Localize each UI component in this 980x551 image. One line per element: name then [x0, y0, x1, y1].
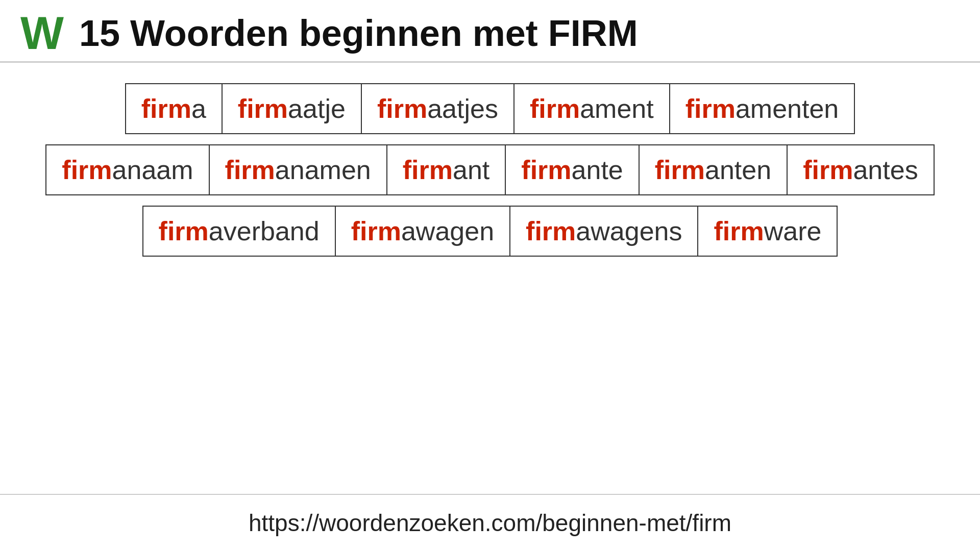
word-suffix: aatje [288, 93, 346, 124]
word-prefix: firm [530, 93, 580, 124]
word-prefix: firm [159, 216, 209, 246]
list-item: firmaatje [223, 83, 362, 134]
page-header: W 15 Woorden beginnen met FIRM [0, 0, 980, 61]
word-prefix: firm [225, 155, 275, 185]
page-title: 15 Woorden beginnen met FIRM [79, 12, 638, 54]
word-suffix: ante [572, 155, 623, 185]
logo: W [20, 10, 64, 56]
word-row-3: firmaverband firmawagen firmawagens firm… [142, 206, 838, 257]
list-item: firmante [506, 144, 639, 195]
word-suffix: anaam [112, 155, 193, 185]
word-row-1: firma firmaatje firmaatjes firmament fir… [125, 83, 855, 134]
word-suffix: anamen [275, 155, 371, 185]
list-item: firmaatjes [362, 83, 514, 134]
word-prefix: firm [655, 155, 705, 185]
word-suffix: averband [209, 216, 320, 246]
word-prefix: firm [403, 155, 453, 185]
list-item: firma [125, 83, 223, 134]
word-suffix: awagen [401, 216, 494, 246]
word-prefix: firm [62, 155, 112, 185]
word-suffix: antes [853, 155, 918, 185]
word-suffix: aatjes [427, 93, 498, 124]
list-item: firmanten [640, 144, 788, 195]
word-prefix: firm [351, 216, 401, 246]
word-suffix: ament [580, 93, 654, 124]
list-item: firmantes [788, 144, 934, 195]
list-item: firmanamen [210, 144, 387, 195]
word-prefix: firm [238, 93, 288, 124]
word-row-2: firmanaam firmanamen firmant firmante fi… [45, 144, 934, 195]
word-prefix: firm [803, 155, 853, 185]
word-suffix: anten [705, 155, 771, 185]
word-prefix: firm [377, 93, 427, 124]
footer-url: https://woordenzoeken.com/beginnen-met/f… [249, 510, 731, 536]
words-content: firma firmaatje firmaatjes firmament fir… [0, 63, 980, 494]
word-prefix: firm [521, 155, 571, 185]
list-item: firmanaam [45, 144, 209, 195]
word-prefix: firm [685, 93, 736, 124]
list-item: firmawagens [510, 206, 698, 257]
word-prefix: firm [714, 216, 764, 246]
list-item: firmant [387, 144, 506, 195]
page-footer: https://woordenzoeken.com/beginnen-met/f… [0, 494, 980, 551]
word-prefix: firm [141, 93, 191, 124]
list-item: firmament [514, 83, 670, 134]
word-suffix: a [191, 93, 206, 124]
word-suffix: amenten [736, 93, 839, 124]
word-suffix: awagens [576, 216, 682, 246]
word-prefix: firm [526, 216, 576, 246]
list-item: firmamenten [670, 83, 855, 134]
word-suffix: ant [453, 155, 489, 185]
list-item: firmawagen [336, 206, 510, 257]
list-item: firmware [698, 206, 838, 257]
list-item: firmaverband [142, 206, 336, 257]
word-suffix: ware [764, 216, 822, 246]
